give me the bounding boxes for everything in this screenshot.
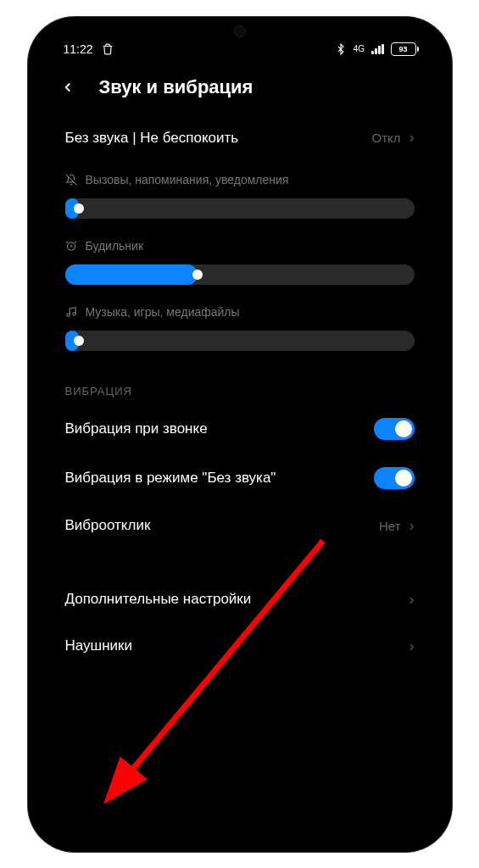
haptic-feedback-value: Нет <box>379 519 401 533</box>
ringtone-slider-section: Вызовы, напоминания, уведомления <box>65 161 415 227</box>
network-type: 4G <box>354 44 365 53</box>
vibrate-on-call-label: Вибрация при звонке <box>65 420 208 439</box>
phone-frame: 11:22 4G 93 Звук и вибрация Без звука | … <box>28 17 452 852</box>
chevron-right-icon: › <box>409 129 415 147</box>
alarm-slider-fill <box>65 264 198 285</box>
vibrate-on-call-row: Вибрация при звонке <box>65 404 415 453</box>
alarm-label: Будильник <box>86 239 144 253</box>
haptic-feedback-label: Виброотклик <box>65 516 151 536</box>
silent-dnd-row[interactable]: Без звука | Не беспокоить Откл › <box>65 115 415 162</box>
headphones-row[interactable]: Наушники › <box>65 623 415 670</box>
advanced-settings-row[interactable]: Дополнительные настройки › <box>65 576 415 623</box>
bluetooth-icon <box>335 43 347 55</box>
vibrate-silent-label: Вибрация в режиме "Без звука" <box>65 469 276 488</box>
status-time: 11:22 <box>64 42 93 56</box>
advanced-settings-label: Дополнительные настройки <box>65 590 252 609</box>
media-label: Музыка, игры, медиафайлы <box>86 305 240 319</box>
ringtone-label: Вызовы, напоминания, уведомления <box>86 173 289 186</box>
headphones-label: Наушники <box>65 637 133 656</box>
front-camera <box>234 25 246 37</box>
ringtone-slider-thumb[interactable] <box>74 203 84 214</box>
svg-point-2 <box>72 313 75 316</box>
alarm-slider-thumb[interactable] <box>192 270 203 280</box>
page-title: Звук и вибрация <box>99 76 253 98</box>
header: Звук и вибрация <box>43 61 437 115</box>
vibration-section-header: ВИБРАЦИЯ <box>65 359 415 404</box>
media-slider-thumb[interactable] <box>74 336 84 346</box>
vibrate-silent-toggle[interactable] <box>374 467 415 489</box>
back-button[interactable] <box>60 76 75 98</box>
media-slider[interactable] <box>65 331 415 351</box>
chevron-left-icon <box>60 80 75 95</box>
battery-icon: 93 <box>391 42 416 56</box>
silent-dnd-label: Без звука | Не беспокоить <box>65 129 239 148</box>
vibrate-on-call-toggle[interactable] <box>374 418 415 440</box>
music-note-icon <box>65 306 77 318</box>
alarm-slider[interactable] <box>65 264 415 285</box>
battery-level: 93 <box>398 45 407 53</box>
chevron-right-icon: › <box>409 637 415 655</box>
media-slider-section: Музыка, игры, медиафайлы <box>65 293 415 359</box>
haptic-feedback-row[interactable]: Виброотклик Нет › <box>65 503 415 549</box>
alarm-slider-section: Будильник <box>65 227 415 293</box>
chevron-right-icon: › <box>409 591 415 609</box>
alarm-icon <box>65 240 77 252</box>
toggle-thumb <box>395 470 412 487</box>
chevron-right-icon: › <box>409 517 415 535</box>
trash-icon <box>102 43 114 55</box>
toggle-thumb <box>395 420 412 437</box>
silent-dnd-value: Откл <box>371 131 400 145</box>
vibrate-silent-row: Вибрация в режиме "Без звука" <box>65 453 415 503</box>
ringtone-slider[interactable] <box>65 198 415 219</box>
bell-off-icon <box>65 174 77 186</box>
signal-icon <box>371 44 384 54</box>
notch <box>164 17 316 41</box>
svg-point-1 <box>66 314 70 317</box>
screen: 11:22 4G 93 Звук и вибрация Без звука | … <box>43 32 437 837</box>
